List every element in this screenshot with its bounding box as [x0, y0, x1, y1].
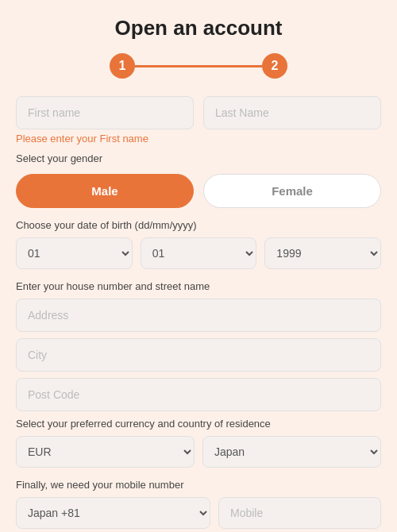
- mobile-label: Finally, we need your mobile number: [16, 479, 381, 491]
- gender-label: Select your gender: [16, 152, 381, 164]
- currency-label: Select your preferred currency and count…: [16, 418, 381, 430]
- male-button[interactable]: Male: [16, 174, 194, 208]
- step-line: [135, 65, 262, 67]
- country-select[interactable]: Japan USA UK: [202, 436, 381, 468]
- mobile-country-select[interactable]: Japan +81 USA +1: [16, 497, 210, 529]
- first-name-input[interactable]: [16, 96, 194, 129]
- female-button[interactable]: Female: [203, 174, 381, 208]
- currency-select[interactable]: EUR USD GBP: [16, 436, 195, 468]
- currency-country-row: EUR USD GBP Japan USA UK: [16, 436, 381, 468]
- city-input[interactable]: [16, 338, 381, 372]
- dob-day-select[interactable]: 01 02 03: [16, 237, 133, 269]
- mobile-row: Japan +81 USA +1: [16, 497, 381, 529]
- dob-month-select[interactable]: 01 02 03: [141, 237, 257, 269]
- name-row: [16, 96, 381, 129]
- step-1-circle: 1: [110, 53, 135, 79]
- mobile-input[interactable]: [218, 497, 381, 529]
- page-title: Open an account: [16, 16, 381, 40]
- dob-year-select[interactable]: 1999 2000 1998: [264, 237, 381, 269]
- address-label: Enter your house number and street name: [16, 280, 381, 292]
- stepper: 1 2: [16, 53, 381, 79]
- first-name-error: Please enter your First name: [16, 133, 381, 145]
- postcode-input[interactable]: [16, 378, 381, 411]
- last-name-input[interactable]: [203, 96, 381, 129]
- main-container: Open an account 1 2 Please enter your Fi…: [16, 16, 381, 532]
- dob-row: 01 02 03 01 02 03 1999 2000 1998: [16, 237, 381, 269]
- gender-row: Male Female: [16, 174, 381, 208]
- step-2-circle: 2: [262, 53, 287, 79]
- dob-label: Choose your date of birth (dd/mm/yyyy): [16, 219, 381, 231]
- address-input[interactable]: [16, 299, 381, 332]
